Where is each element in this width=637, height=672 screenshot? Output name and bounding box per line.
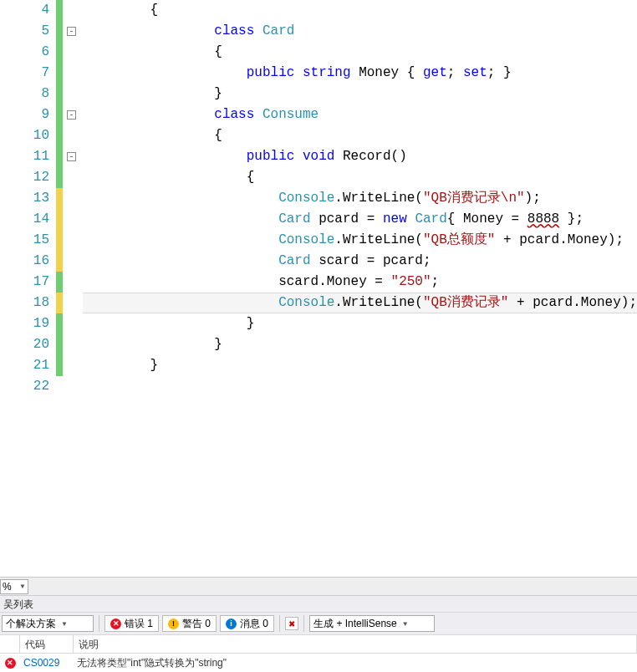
error-code[interactable]: CS0029 bbox=[20, 657, 74, 669]
outline-cell bbox=[63, 251, 83, 272]
zoom-value: % bbox=[3, 581, 12, 593]
change-marker bbox=[56, 209, 63, 230]
code-line[interactable]: } bbox=[83, 84, 637, 104]
toolbar-separator bbox=[279, 615, 280, 632]
line-number: 11 bbox=[0, 146, 49, 167]
line-number: 9 bbox=[0, 104, 49, 125]
scope-combo[interactable]: 个解决方案 ▼ bbox=[2, 615, 94, 632]
outline-cell bbox=[63, 84, 83, 104]
outline-column[interactable]: --- bbox=[63, 0, 83, 577]
error-grid-body: ✕CS0029无法将类型"int"隐式转换为"string" bbox=[0, 654, 637, 672]
fold-toggle[interactable]: - bbox=[67, 27, 76, 36]
code-line[interactable]: public string Money { get; set; } bbox=[83, 63, 637, 84]
outline-cell bbox=[63, 42, 83, 63]
toolbar-separator bbox=[303, 615, 304, 632]
code-line[interactable]: } bbox=[83, 355, 637, 376]
source-filter-label: 生成 + IntelliSense bbox=[313, 617, 397, 631]
code-line[interactable]: Console.WriteLine("QB消费记录" + pcard.Money… bbox=[83, 293, 637, 313]
code-line[interactable]: { bbox=[83, 42, 637, 63]
outline-cell bbox=[63, 188, 83, 209]
code-line[interactable]: Card scard = pcard; bbox=[83, 251, 637, 272]
line-number: 21 bbox=[0, 355, 49, 376]
fold-toggle[interactable]: - bbox=[67, 152, 76, 161]
change-marker bbox=[56, 167, 63, 188]
line-number: 12 bbox=[0, 167, 49, 188]
outline-cell: - bbox=[63, 104, 83, 125]
change-marker bbox=[56, 42, 63, 63]
grid-header-desc[interactable]: 说明 bbox=[74, 635, 637, 653]
line-number: 16 bbox=[0, 251, 49, 272]
line-number: 4 bbox=[0, 0, 49, 21]
messages-filter-label: 消息 0 bbox=[240, 617, 268, 631]
change-marker bbox=[56, 0, 63, 21]
toolbar-separator bbox=[99, 615, 99, 632]
change-marker bbox=[56, 313, 63, 334]
change-marker bbox=[56, 125, 63, 146]
change-marker bbox=[56, 251, 63, 272]
change-marker bbox=[56, 146, 63, 167]
change-marker bbox=[56, 376, 63, 397]
line-number: 6 bbox=[0, 42, 49, 63]
code-line[interactable]: public void Record() bbox=[83, 146, 637, 167]
code-line[interactable]: class Consume bbox=[83, 104, 637, 125]
code-line[interactable]: class Card bbox=[83, 21, 637, 42]
outline-cell bbox=[63, 313, 83, 334]
change-marker bbox=[56, 63, 63, 84]
line-number: 15 bbox=[0, 230, 49, 251]
errors-filter-button[interactable]: ✕ 错误 1 bbox=[104, 615, 159, 632]
line-number: 19 bbox=[0, 313, 49, 334]
info-icon: i bbox=[226, 619, 237, 629]
line-number: 8 bbox=[0, 84, 49, 104]
change-marker bbox=[56, 355, 63, 376]
line-number-gutter: 45678910111213141516171819202122 bbox=[0, 0, 56, 577]
change-marker bbox=[56, 334, 63, 355]
warning-icon: ! bbox=[168, 619, 179, 629]
code-line[interactable]: { bbox=[83, 167, 637, 188]
source-filter-combo[interactable]: 生成 + IntelliSense ▼ bbox=[309, 615, 435, 632]
line-number: 20 bbox=[0, 334, 49, 355]
code-line[interactable]: Card pcard = new Card{ Money = 8888 }; bbox=[83, 209, 637, 230]
chevron-down-icon: ▼ bbox=[402, 620, 409, 628]
code-line[interactable]: } bbox=[83, 313, 637, 334]
code-line[interactable]: { bbox=[83, 0, 637, 21]
error-grid-header[interactable]: 代码 说明 bbox=[0, 635, 637, 654]
messages-filter-button[interactable]: i 消息 0 bbox=[220, 615, 274, 632]
code-line[interactable] bbox=[83, 376, 637, 397]
warnings-filter-button[interactable]: ! 警告 0 bbox=[162, 615, 217, 632]
code-line[interactable]: } bbox=[83, 334, 637, 355]
code-line[interactable]: Console.WriteLine("QB消费记录\n"); bbox=[83, 188, 637, 209]
change-marker bbox=[56, 272, 63, 293]
change-marker bbox=[56, 230, 63, 251]
code-line[interactable]: scard.Money = "250"; bbox=[83, 272, 637, 293]
error-list-toolbar: 个解决方案 ▼ ✕ 错误 1 ! 警告 0 i 消息 0 ✖ 生成 + Inte… bbox=[0, 612, 637, 635]
code-content[interactable]: { class Card { public string Money { get… bbox=[83, 0, 637, 577]
change-marker bbox=[56, 84, 63, 104]
grid-header-icon[interactable] bbox=[0, 635, 20, 653]
outline-cell: - bbox=[63, 21, 83, 42]
zoom-bar: % ▼ bbox=[0, 577, 637, 595]
zoom-combo[interactable]: % ▼ bbox=[0, 579, 28, 594]
grid-header-code[interactable]: 代码 bbox=[20, 635, 74, 653]
outline-cell bbox=[63, 63, 83, 84]
chevron-down-icon: ▼ bbox=[61, 620, 68, 628]
fold-toggle[interactable]: - bbox=[67, 110, 76, 120]
code-line[interactable]: { bbox=[83, 125, 637, 146]
outline-cell bbox=[63, 355, 83, 376]
error-icon: ✕ bbox=[5, 658, 16, 669]
code-line[interactable]: Console.WriteLine("QB总额度" + pcard.Money)… bbox=[83, 230, 637, 251]
line-number: 7 bbox=[0, 63, 49, 84]
chevron-down-icon: ▼ bbox=[19, 583, 26, 590]
change-marker bbox=[56, 104, 63, 125]
clear-filter-button[interactable]: ✖ bbox=[285, 617, 298, 630]
line-number: 14 bbox=[0, 209, 49, 230]
code-editor[interactable]: 45678910111213141516171819202122 --- { c… bbox=[0, 0, 637, 577]
error-description: 无法将类型"int"隐式转换为"string" bbox=[74, 656, 637, 670]
line-number: 10 bbox=[0, 125, 49, 146]
error-icon: ✕ bbox=[110, 619, 121, 629]
error-row[interactable]: ✕CS0029无法将类型"int"隐式转换为"string" bbox=[0, 654, 637, 672]
clear-filter-icon: ✖ bbox=[288, 619, 295, 629]
line-number: 18 bbox=[0, 293, 49, 313]
line-number: 13 bbox=[0, 188, 49, 209]
scope-combo-label: 个解决方案 bbox=[6, 617, 56, 631]
line-number: 22 bbox=[0, 376, 49, 397]
